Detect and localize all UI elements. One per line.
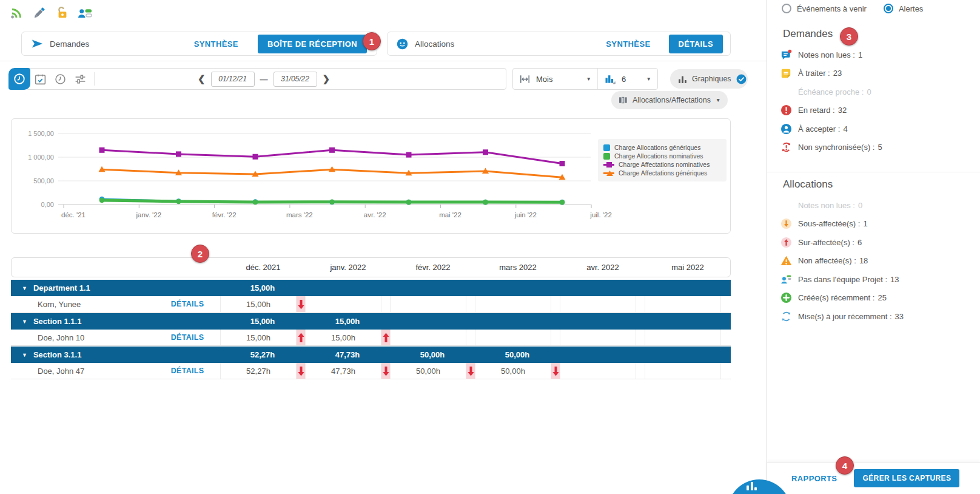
alert-item[interactable]: Créée(s) récemment :25: [780, 289, 975, 308]
date-to-input[interactable]: [274, 72, 317, 87]
gerer-les-captures-button[interactable]: GÉRER LES CAPTURES: [854, 469, 959, 487]
arrow-strip: [636, 330, 645, 345]
date-from-input[interactable]: [211, 72, 255, 87]
arrow-strip: [720, 363, 730, 379]
chevron-down-icon: ▼: [586, 76, 591, 82]
allocations-panel: Allocations SYNTHÈSE DÉTAILS: [387, 32, 731, 56]
section-month-total: 15,00h: [305, 313, 390, 330]
arrow-strip: [720, 296, 730, 312]
legend-label: Charge Affectations génériques: [619, 169, 707, 177]
chevron-down-icon: ▼: [646, 76, 651, 82]
date-range-dash: —: [260, 75, 268, 84]
svg-text:1 000,00: 1 000,00: [28, 154, 54, 161]
alert-item[interactable]: Sous-affectée(s) :1: [780, 215, 975, 234]
signal-icon[interactable]: [8, 5, 24, 20]
pencil-icon[interactable]: [32, 5, 47, 20]
legend-swatch: [603, 153, 610, 160]
svg-text:#: #: [613, 80, 616, 85]
arrow-strip: [720, 330, 730, 345]
alert-label: À accepter :: [798, 124, 840, 134]
table-person-row: Doe, John 10DÉTAILS15,00h15,00h: [11, 330, 731, 346]
section-month-total: [475, 313, 560, 330]
month-cell: [390, 330, 475, 345]
callout-badge-4: 4: [836, 456, 854, 475]
radio-selected-icon[interactable]: [884, 4, 893, 13]
series-filter-dropdown[interactable]: Allocations/Affectations ▼: [611, 91, 728, 109]
time-view-tab[interactable]: [8, 68, 30, 90]
arrow-strip: [636, 363, 645, 379]
header-divider: [0, 61, 767, 61]
collapse-triangle-icon[interactable]: ▼: [22, 352, 27, 358]
team-status-icon[interactable]: [78, 5, 93, 20]
alert-item[interactable]: En retard :32: [780, 101, 975, 120]
warning-icon: [780, 255, 792, 267]
table-section-row[interactable]: ▼Section 1.1.115,00h15,00h: [11, 313, 731, 330]
plus-icon: [780, 292, 792, 304]
clock-icon[interactable]: [53, 72, 67, 86]
demandes-inbox-button[interactable]: BOÎTE DE RÉCEPTION: [258, 35, 367, 53]
arrow-down-icon: [551, 363, 560, 379]
radio-alertes[interactable]: Alertes: [884, 4, 923, 13]
details-link[interactable]: DÉTAILS: [155, 330, 220, 345]
alert-item[interactable]: Non synchronisée(s) :5: [780, 138, 975, 157]
section-name: Department 1.1: [33, 283, 90, 293]
arrow-up-icon: [381, 330, 390, 345]
month-cell: 15,00h: [305, 330, 390, 345]
section-month-total: 52,27h: [220, 347, 305, 363]
details-link[interactable]: DÉTAILS: [155, 363, 220, 379]
collapse-triangle-icon[interactable]: ▼: [22, 319, 27, 325]
alert-item[interactable]: Notes non lues :1: [780, 46, 975, 64]
month-column-header: déc. 2021: [221, 263, 306, 272]
alert-count: 13: [890, 275, 899, 284]
alert-label: Non synchronisée(s) :: [798, 143, 874, 152]
alert-label: Échéance proche :: [798, 87, 864, 96]
details-link[interactable]: DÉTAILS: [155, 296, 220, 312]
allocations-panel-title: Allocations: [415, 39, 454, 49]
periods-count-dropdown[interactable]: # 6 ▼: [598, 69, 657, 89]
month-value: [391, 296, 466, 312]
month-cell: [560, 296, 645, 312]
calendar-check-icon[interactable]: [33, 72, 47, 86]
next-period-chevron[interactable]: ❯: [323, 73, 331, 84]
allocations-synthese-link[interactable]: SYNTHÈSE: [606, 39, 650, 49]
month-cell: 15,00h: [220, 296, 305, 312]
month-cell: [305, 296, 390, 312]
allocations-alerts-list: Notes non lues :0Sous-affectée(s) :1Sur-…: [780, 196, 975, 326]
collapse-triangle-icon[interactable]: ▼: [22, 285, 27, 291]
alert-icon: [780, 104, 792, 117]
month-column-header: févr. 2022: [391, 263, 475, 272]
graphiques-toggle[interactable]: Graphiques: [670, 69, 748, 89]
alert-item[interactable]: À accepter :4: [780, 120, 975, 138]
callout-badge-1: 1: [363, 32, 381, 50]
arrow-down-icon: [780, 218, 792, 230]
allocations-details-button[interactable]: DÉTAILS: [669, 35, 723, 53]
time-scale-dropdown[interactable]: Mois ▼: [513, 69, 598, 89]
lock-icon[interactable]: [55, 5, 70, 20]
sync-alert-icon: [780, 141, 792, 154]
chart-bars-icon: [677, 74, 688, 84]
alert-item[interactable]: Pas dans l'équipe Projet :13: [780, 270, 975, 289]
previous-period-chevron[interactable]: ❮: [198, 73, 206, 84]
legend-label: Charge Affectations nominatives: [619, 161, 710, 168]
table-section-row[interactable]: ▼Section 3.1.152,27h47,73h50,00h50,00h: [11, 347, 731, 363]
send-icon: [30, 37, 44, 50]
alert-label: À traiter :: [798, 69, 830, 78]
alert-item[interactable]: Sur-affectée(s) :6: [780, 233, 975, 252]
table-section-row[interactable]: ▼Department 1.115,00h: [11, 280, 731, 296]
radio-evenements[interactable]: Événements à venir: [782, 4, 867, 13]
svg-text:avr. '22: avr. '22: [364, 211, 386, 218]
callout-badge-2: 2: [191, 245, 209, 263]
legend-swatch: [603, 172, 614, 174]
time-scale-value: Mois: [536, 75, 552, 84]
radio-icon[interactable]: [782, 4, 791, 13]
alert-item[interactable]: Non affectée(s) :18: [780, 252, 975, 271]
alert-item[interactable]: À traiter :23: [780, 64, 975, 83]
sliders-icon[interactable]: [73, 72, 87, 86]
rapports-link[interactable]: RAPPORTS: [791, 474, 837, 483]
chevron-down-icon: ▼: [716, 97, 720, 103]
legend-item: Charge Allocations génériques: [603, 143, 721, 152]
alert-item[interactable]: Mise(s) à jour récemment :33: [780, 307, 975, 326]
demandes-synthese-link[interactable]: SYNTHÈSE: [194, 39, 238, 49]
alert-count: 0: [867, 87, 871, 96]
svg-text:500,00: 500,00: [33, 177, 54, 184]
